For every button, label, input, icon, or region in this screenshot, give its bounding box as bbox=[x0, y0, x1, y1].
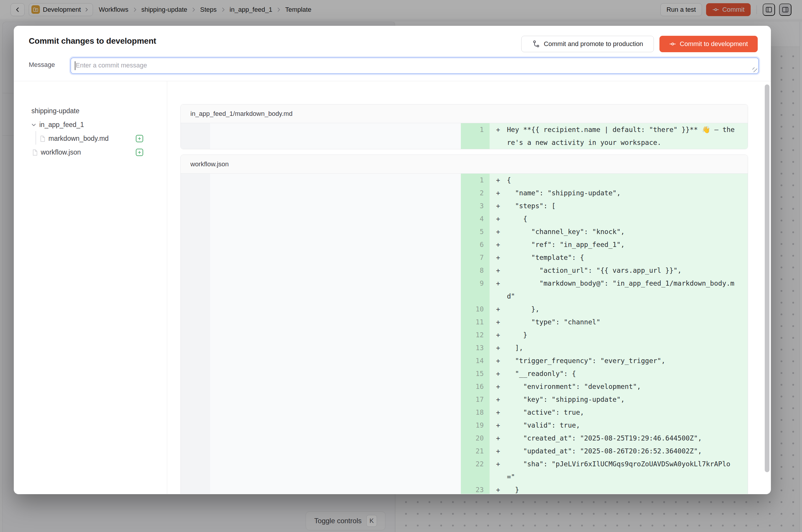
old-line-content bbox=[210, 444, 461, 457]
diff-line-text: "updated_at": "2025-08-26T20:26:52.36400… bbox=[507, 444, 736, 457]
diff-line-text: } bbox=[507, 483, 736, 494]
diff-plus-sign: + bbox=[496, 277, 507, 303]
old-line-content bbox=[210, 174, 461, 187]
new-line-content: + } bbox=[490, 328, 748, 341]
diff-row: 6+ "ref": "in_app_feed_1", bbox=[181, 238, 748, 251]
new-line-number: 14 bbox=[461, 354, 490, 367]
old-line-gutter bbox=[181, 264, 210, 277]
old-line-content bbox=[210, 380, 461, 393]
diff-plus-sign: + bbox=[496, 393, 507, 406]
old-line-content bbox=[210, 264, 461, 277]
old-line-gutter bbox=[181, 212, 210, 225]
diff-row: 2+ "name": "shipping-update", bbox=[181, 187, 748, 200]
textarea-resize-handle[interactable] bbox=[752, 68, 757, 72]
old-line-content bbox=[210, 303, 461, 316]
old-line-content bbox=[210, 316, 461, 328]
old-line-gutter bbox=[181, 316, 210, 328]
diff-row: 23+ } bbox=[181, 483, 748, 494]
diff-line-text: "environment": "development", bbox=[507, 380, 736, 393]
old-line-gutter bbox=[181, 187, 210, 200]
old-line-gutter bbox=[181, 251, 210, 264]
diff-row: 4+ { bbox=[181, 212, 748, 225]
new-line-number: 4 bbox=[461, 212, 490, 225]
new-line-content: + "template": { bbox=[490, 251, 748, 264]
diff-row: 12+ } bbox=[181, 328, 748, 341]
new-line-content: + "sha": "pJeLVir6xIlUCMGqs9qroZoUAVDSwA… bbox=[490, 457, 748, 483]
diff-list: in_app_feed_1/markdown_body.md 1+Hey **{… bbox=[167, 81, 771, 494]
diff-plus-sign: + bbox=[496, 316, 507, 328]
old-line-content bbox=[210, 251, 461, 264]
old-line-content bbox=[210, 393, 461, 406]
diff-row: 11+ "type": "channel" bbox=[181, 316, 748, 328]
old-line-gutter bbox=[181, 457, 210, 483]
modal-title: Commit changes to development bbox=[29, 36, 156, 46]
tree-file-label: workflow.json bbox=[41, 148, 81, 156]
new-line-number: 21 bbox=[461, 444, 490, 457]
commit-modal: Commit changes to development Commit and… bbox=[14, 26, 771, 494]
commit-message-input[interactable] bbox=[70, 57, 759, 74]
diff-plus-sign: + bbox=[496, 225, 507, 238]
diff-plus-sign: + bbox=[496, 419, 507, 432]
diff-line-text: "action_url": "{{ vars.app_url }}", bbox=[507, 264, 736, 277]
old-line-content bbox=[210, 367, 461, 380]
diff-line-text: "ref": "in_app_feed_1", bbox=[507, 238, 736, 251]
commit-message-field-wrap bbox=[70, 57, 759, 74]
new-line-number: 1 bbox=[461, 123, 490, 149]
diff-line-text: Hey **{{ recipient.name | default: "ther… bbox=[507, 123, 736, 149]
diff-plus-sign: + bbox=[496, 341, 507, 354]
new-line-content: + { bbox=[490, 212, 748, 225]
diff-row: 20+ "created_at": "2025-08-25T19:29:46.6… bbox=[181, 432, 748, 444]
tree-item-workflow-root[interactable]: shipping-update bbox=[14, 104, 167, 118]
diff-plus-sign: + bbox=[496, 457, 507, 483]
old-line-gutter bbox=[181, 200, 210, 212]
tree-item-markdown-body[interactable]: markdown_body.md bbox=[14, 132, 167, 146]
diff-row: 17+ "key": "shipping-update", bbox=[181, 393, 748, 406]
diff-plus-sign: + bbox=[496, 406, 507, 419]
diff-plus-sign: + bbox=[496, 123, 507, 149]
diff-plus-sign: + bbox=[496, 483, 507, 494]
new-line-content: + "name": "shipping-update", bbox=[490, 187, 748, 200]
old-line-content bbox=[210, 354, 461, 367]
new-line-content: + "action_url": "{{ vars.app_url }}", bbox=[490, 264, 748, 277]
diff-added-icon bbox=[136, 149, 143, 156]
new-line-number: 8 bbox=[461, 264, 490, 277]
old-line-content bbox=[210, 457, 461, 483]
diff-row: 19+ "valid": true, bbox=[181, 419, 748, 432]
diff-row: 8+ "action_url": "{{ vars.app_url }}", bbox=[181, 264, 748, 277]
diff-line-text: "created_at": "2025-08-25T19:29:46.64450… bbox=[507, 432, 736, 444]
diff-added-icon bbox=[136, 135, 143, 142]
new-line-content: + "key": "shipping-update", bbox=[490, 393, 748, 406]
diff-line-text: "sha": "pJeLVir6xIlUCMGqs9qroZoUAVDSwA0y… bbox=[507, 457, 736, 483]
tree-item-folder[interactable]: in_app_feed_1 bbox=[14, 118, 167, 132]
diff-line-text: } bbox=[507, 328, 736, 341]
tree-item-workflow-json[interactable]: workflow.json bbox=[14, 146, 167, 159]
old-line-gutter bbox=[181, 354, 210, 367]
old-line-content bbox=[210, 225, 461, 238]
new-line-content: + } bbox=[490, 483, 748, 494]
diff-row: 14+ "trigger_frequency": "every_trigger"… bbox=[181, 354, 748, 367]
modal-scrollbar-thumb[interactable] bbox=[765, 84, 769, 472]
diff-row: 10+ }, bbox=[181, 303, 748, 316]
old-line-content bbox=[210, 277, 461, 303]
diff-row: 9+ "markdown_body@": "in_app_feed_1/mark… bbox=[181, 277, 748, 303]
new-line-number: 23 bbox=[461, 483, 490, 494]
new-line-number: 18 bbox=[461, 406, 490, 419]
diff-plus-sign: + bbox=[496, 212, 507, 225]
git-commit-icon bbox=[669, 40, 676, 48]
tree-root-label: shipping-update bbox=[31, 107, 79, 115]
old-line-content bbox=[210, 432, 461, 444]
old-line-gutter bbox=[181, 483, 210, 494]
old-line-gutter bbox=[181, 123, 210, 149]
commit-to-development-button[interactable]: Commit to development bbox=[659, 36, 758, 52]
new-line-number: 17 bbox=[461, 393, 490, 406]
diff-body: 1+{2+ "name": "shipping-update",3+ "step… bbox=[181, 174, 748, 494]
diff-plus-sign: + bbox=[496, 380, 507, 393]
new-line-content: + "active": true, bbox=[490, 406, 748, 419]
commit-and-promote-button[interactable]: Commit and promote to production bbox=[521, 36, 654, 52]
new-line-content: + "valid": true, bbox=[490, 419, 748, 432]
new-line-content: + "created_at": "2025-08-25T19:29:46.644… bbox=[490, 432, 748, 444]
old-line-content bbox=[210, 212, 461, 225]
old-line-gutter bbox=[181, 303, 210, 316]
tree-file-label: markdown_body.md bbox=[49, 135, 109, 142]
old-line-content bbox=[210, 406, 461, 419]
